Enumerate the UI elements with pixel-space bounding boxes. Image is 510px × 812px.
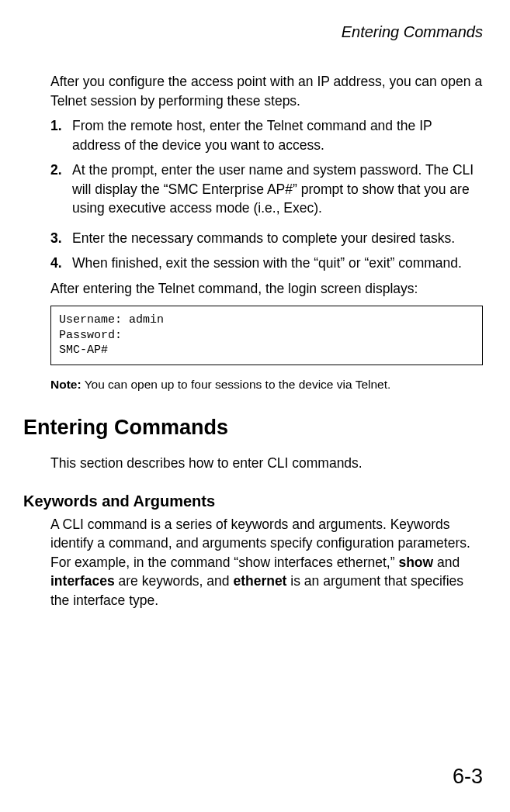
note-text: You can open up to four sessions to the … — [85, 378, 391, 391]
list-text: At the prompt, enter the user name and s… — [72, 161, 483, 218]
list-text: From the remote host, enter the Telnet c… — [72, 116, 483, 154]
after-list-paragraph: After entering the Telnet command, the l… — [50, 279, 483, 299]
list-number: 2. — [50, 161, 71, 218]
code-block: Username: admin Password: SMC-AP# — [50, 306, 483, 365]
list-text: When finished, exit the session with the… — [72, 254, 483, 273]
note-label: Note: — [50, 378, 82, 391]
page-header-title: Entering Commands — [23, 23, 487, 41]
list-text: Enter the necessary commands to complete… — [72, 229, 483, 248]
subsection-paragraph: A CLI command is a series of keywords an… — [50, 515, 483, 610]
section-paragraph: This section describes how to enter CLI … — [50, 454, 483, 473]
section-heading: Entering Commands — [23, 416, 483, 440]
list-item: 1. From the remote host, enter the Telne… — [50, 116, 483, 154]
page-number: 6-3 — [453, 765, 483, 789]
subsection-heading: Keywords and Arguments — [23, 492, 483, 510]
list-item: 2. At the prompt, enter the user name an… — [50, 161, 483, 218]
note-paragraph: Note: You can open up to four sessions t… — [50, 377, 483, 393]
keyword-bold: ethernet — [233, 573, 286, 589]
page-content: After you configure the access point wit… — [23, 72, 487, 610]
steps-list: 1. From the remote host, enter the Telne… — [50, 116, 483, 273]
list-number: 4. — [50, 254, 71, 273]
list-item: 3. Enter the necessary commands to compl… — [50, 229, 483, 248]
text-part: and — [433, 555, 460, 570]
keyword-bold: show — [398, 555, 433, 570]
list-item: 4. When finished, exit the session with … — [50, 254, 483, 273]
text-part: are keywords, and — [115, 573, 234, 589]
intro-paragraph: After you configure the access point wit… — [50, 72, 483, 110]
list-number: 1. — [50, 116, 71, 154]
keyword-bold: interfaces — [50, 573, 115, 589]
list-number: 3. — [50, 229, 71, 248]
